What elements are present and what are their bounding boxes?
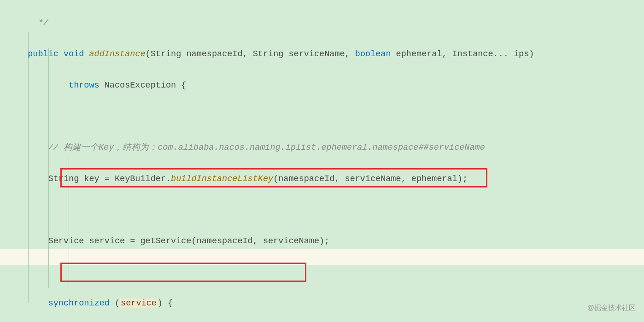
method-name: addInstance [89,49,145,59]
paren: ) { [158,299,173,308]
params: (String namespaceId, String serviceName, [146,49,355,59]
highlight-box-1 [60,168,487,187]
code-line [18,202,644,218]
code-line: throws NacosException { [18,78,644,94]
comment-close: */ [33,18,48,28]
keyword-void: void [64,49,84,59]
code-text: Service service = getService(namespaceId… [48,236,330,246]
code-line: public void addInstance(String namespace… [18,47,644,62]
paren: ( [110,299,120,308]
code-line: // 构建一个Key，结构为：com.alibaba.nacos.naming.… [18,140,644,156]
indent-guide [28,32,29,303]
keyword-throws: throws [69,81,100,90]
highlight-box-2 [60,263,306,282]
keyword-boolean: boolean [355,49,391,59]
comment: // 构建一个Key，结构为：com.alibaba.nacos.naming.… [48,143,485,152]
code-line [18,109,644,125]
indent-guide [48,48,49,288]
code-line: */ [18,16,644,31]
keyword-public: public [28,49,59,59]
highlighted-var: service [120,299,158,308]
code-line: synchronized (service) { [18,296,644,311]
keyword-synchronized: synchronized [48,299,110,308]
throws-text: NacosException { [100,81,187,90]
watermark: @掘金技术社区 [587,300,636,316]
params-rest: ephemeral, Instance... ips) [391,49,534,59]
code-line: Service service = getService(namespaceId… [18,234,644,249]
